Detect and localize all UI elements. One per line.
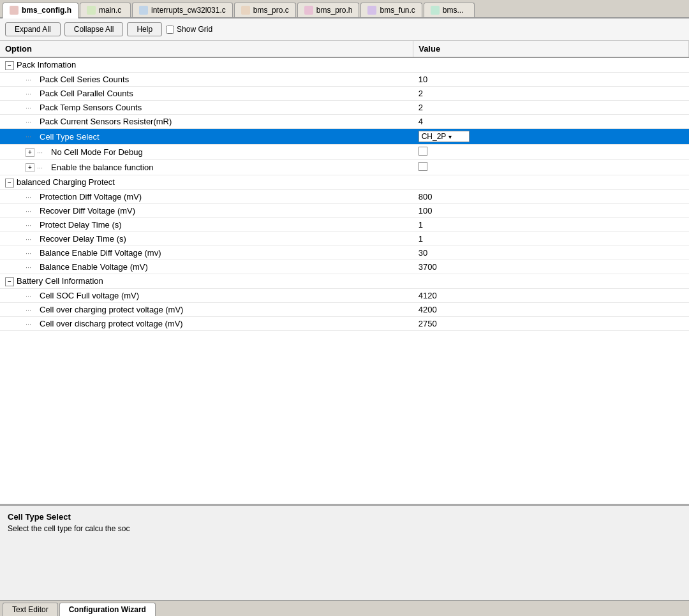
section-label: Pack Infomation: [17, 60, 76, 70]
item-value: 4120: [419, 291, 437, 300]
item-value: 3700: [419, 262, 437, 272]
item-value: 30: [419, 248, 427, 258]
table-row[interactable]: ···Protection Diff Voltage (mV)800: [0, 190, 689, 204]
table-row[interactable]: ···Pack Cell Series Counts10: [0, 73, 689, 87]
table-row[interactable]: ···Balance Enable Diff Voltage (mv)30: [0, 246, 689, 260]
tab-icon-4: [304, 6, 313, 15]
bottom-tab-configuration-wizard[interactable]: Configuration Wizard: [59, 603, 156, 616]
item-section-toggle[interactable]: +: [26, 148, 34, 157]
table-row[interactable]: ···Recover Diff Voltage (mV)100: [0, 204, 689, 218]
expand-all-button[interactable]: Expand All: [5, 22, 61, 36]
chevron-down-icon: ▾: [448, 133, 452, 140]
item-label: Cell over discharg protect voltage (mV): [40, 319, 183, 328]
collapse-all-button[interactable]: Collapse All: [64, 22, 124, 36]
item-value: 1: [419, 220, 423, 230]
item-value: 2750: [419, 319, 437, 328]
section-toggle-icon[interactable]: −: [5, 61, 14, 70]
help-button[interactable]: Help: [127, 22, 162, 36]
item-label: Pack Current Sensors Resister(mR): [40, 117, 172, 126]
tab-bms---[interactable]: bms...: [424, 3, 475, 17]
table-row[interactable]: ···Cell Type SelectCH_2P▾: [0, 129, 689, 145]
item-label: Pack Temp Sensors Counts: [40, 103, 142, 112]
tab-icon-0: [10, 6, 19, 15]
bottom-tab-text-editor[interactable]: Text Editor: [3, 603, 58, 616]
show-grid-label[interactable]: Show Grid: [166, 25, 212, 34]
tab-icon-2: [139, 6, 148, 15]
item-label: Recover Diff Voltage (mV): [40, 206, 135, 216]
item-label: Cell over charging protect voltage (mV): [40, 305, 183, 314]
table-row[interactable]: ···Cell over discharg protect voltage (m…: [0, 317, 689, 331]
table-row[interactable]: ···Protect Delay Time (s)1: [0, 218, 689, 232]
dropdown-value[interactable]: CH_2P▾: [419, 131, 470, 142]
tab-label-2: interrupts_cw32l031.c: [151, 6, 226, 15]
tab-label-4: bms_pro.h: [316, 6, 353, 15]
tab-bms-pro-c[interactable]: bms_pro.c: [234, 3, 296, 17]
table-row[interactable]: ···Pack Temp Sensors Counts2: [0, 101, 689, 115]
table-row[interactable]: ···Balance Enable Voltage (mV)3700: [0, 260, 689, 274]
tab-label-5: bms_fun.c: [380, 6, 415, 15]
section-label: balanced Charging Protect: [17, 177, 115, 187]
tab-icon-5: [367, 6, 376, 15]
item-value: 800: [419, 192, 433, 202]
item-label: Pack Cell Parallel Counts: [40, 89, 133, 98]
section-toggle-icon[interactable]: −: [5, 277, 14, 286]
dropdown-text: CH_2P: [422, 132, 447, 141]
main-content: Option Value −Pack Infomation···Pack Cel…: [0, 41, 689, 600]
tab-label-0: bms_config.h: [22, 6, 71, 15]
item-value: 4200: [419, 305, 437, 314]
tab-icon-1: [87, 6, 96, 15]
item-label: Balance Enable Diff Voltage (mv): [40, 248, 161, 258]
column-header-option: Option: [0, 41, 413, 57]
config-table: Option Value −Pack Infomation···Pack Cel…: [0, 41, 689, 331]
tab-label-3: bms_pro.c: [253, 6, 289, 15]
show-grid-text: Show Grid: [177, 25, 212, 34]
item-label: Protection Diff Voltage (mV): [40, 192, 142, 202]
table-row[interactable]: −balanced Charging Protect: [0, 175, 689, 190]
bottom-tab-bar: Text EditorConfiguration Wizard: [0, 600, 689, 616]
item-label: No Cell Mode For Debug: [51, 147, 143, 157]
table-row[interactable]: −Battery Cell Information: [0, 274, 689, 289]
section-label: Battery Cell Information: [17, 276, 103, 286]
tab-main-c[interactable]: main.c: [80, 3, 131, 17]
tab-label-1: main.c: [99, 6, 121, 15]
show-grid-checkbox[interactable]: [166, 26, 174, 34]
description-text: Select the cell type for calcu the soc: [8, 524, 681, 533]
table-area[interactable]: Option Value −Pack Infomation···Pack Cel…: [0, 41, 689, 504]
tab-icon-3: [241, 6, 250, 15]
item-value: 4: [419, 117, 423, 126]
item-label: Pack Cell Series Counts: [40, 75, 129, 84]
table-row[interactable]: ···Cell SOC Full voltage (mV)4120: [0, 289, 689, 303]
item-label: Recover Delay Time (s): [40, 234, 126, 244]
checkbox-value[interactable]: [419, 147, 427, 156]
table-row[interactable]: ···Recover Delay Time (s)1: [0, 232, 689, 246]
description-panel: Cell Type Select Select the cell type fo…: [0, 504, 689, 600]
item-value: 1: [419, 234, 423, 244]
table-row[interactable]: ···Pack Current Sensors Resister(mR)4: [0, 115, 689, 129]
tab-bms-pro-h[interactable]: bms_pro.h: [297, 3, 360, 17]
tab-bar: bms_config.hmain.cinterrupts_cw32l031.cb…: [0, 0, 689, 18]
table-row[interactable]: ···Cell over charging protect voltage (m…: [0, 303, 689, 317]
item-label: Cell SOC Full voltage (mV): [40, 291, 139, 300]
item-value: 10: [419, 75, 427, 84]
table-row[interactable]: +···Enable the balance function: [0, 160, 689, 175]
section-toggle-icon[interactable]: −: [5, 179, 14, 187]
item-label: Balance Enable Voltage (mV): [40, 262, 148, 272]
item-value: 2: [419, 89, 423, 98]
tab-bms-config-h[interactable]: bms_config.h: [3, 3, 78, 18]
item-value: 100: [419, 206, 433, 216]
item-value: 2: [419, 103, 423, 112]
item-label: Protect Delay Time (s): [40, 220, 122, 230]
tab-label-6: bms...: [443, 6, 464, 15]
tab-bms-fun-c[interactable]: bms_fun.c: [360, 3, 422, 17]
tab-interrupts-cw32l031-c[interactable]: interrupts_cw32l031.c: [132, 3, 233, 17]
item-label: Cell Type Select: [40, 132, 100, 142]
table-row[interactable]: −Pack Infomation: [0, 57, 689, 73]
table-row[interactable]: ···Pack Cell Parallel Counts2: [0, 87, 689, 101]
table-row[interactable]: +···No Cell Mode For Debug: [0, 145, 689, 160]
tab-icon-6: [431, 6, 440, 15]
item-section-toggle[interactable]: +: [26, 163, 34, 172]
item-label: Enable the balance function: [51, 163, 153, 172]
checkbox-value[interactable]: [419, 162, 427, 171]
description-title: Cell Type Select: [8, 512, 681, 522]
column-header-value: Value: [413, 41, 689, 57]
